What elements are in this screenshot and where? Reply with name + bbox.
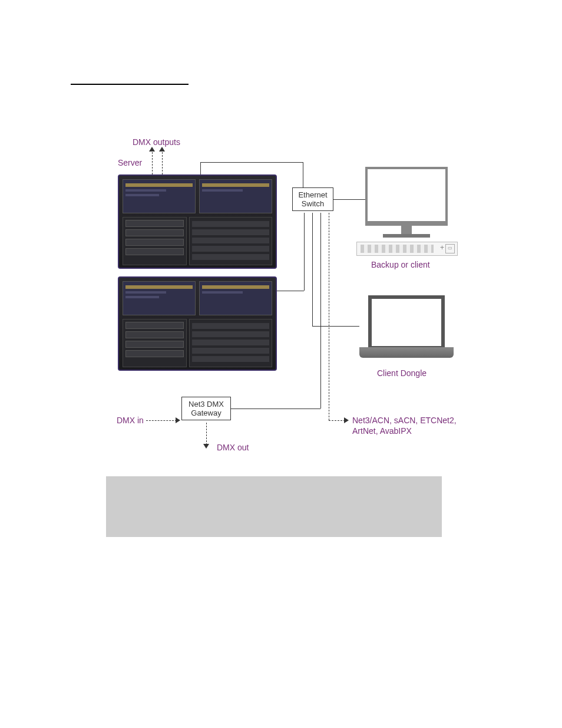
- console-keypad: [189, 319, 272, 367]
- wire: [304, 213, 305, 291]
- wire: [200, 162, 201, 174]
- ethernet-switch-box: Ethernet Switch: [292, 187, 333, 211]
- console-server: [118, 174, 277, 269]
- wire-dashed: [329, 420, 345, 421]
- label-dmx-outputs: DMX outputs: [133, 137, 180, 147]
- console-faders: [123, 319, 187, 367]
- console-backup: [118, 276, 277, 371]
- net3-dmx-gateway-box: Net3 DMX Gateway: [181, 397, 231, 420]
- console-screen: [199, 281, 272, 315]
- network-diagram: DMX outputs Server: [106, 137, 501, 467]
- arrow-right-icon: [344, 417, 349, 423]
- console-screen: [199, 179, 272, 213]
- arrow-right-icon: [176, 417, 180, 423]
- label-backup-or-client: Backup or client: [371, 260, 430, 269]
- console-screen: [123, 179, 196, 213]
- dmx-out-arrow-1: [149, 147, 155, 151]
- console-screen: [123, 281, 196, 315]
- wire: [333, 199, 365, 200]
- wire: [320, 213, 321, 409]
- label-dmx-out: DMX out: [217, 443, 249, 452]
- label-client-dongle: Client Dongle: [377, 368, 427, 378]
- wire-dashed: [329, 213, 329, 420]
- label-protocols-line2: ArtNet, AvabIPX: [352, 426, 412, 436]
- document-page: DMX outputs Server: [0, 0, 562, 728]
- backup-monitor: [365, 167, 448, 238]
- wire: [312, 213, 313, 326]
- dmx-out-arrow-2: [159, 147, 165, 151]
- wire-dashed: [146, 420, 177, 421]
- section-underline: [71, 71, 189, 85]
- note-box: [106, 476, 442, 537]
- dmx-out-line-1: [152, 149, 153, 174]
- wire: [277, 291, 304, 291]
- arrow-down-icon: [203, 444, 209, 449]
- wire-dashed: [206, 423, 207, 445]
- console-keypad: [189, 217, 272, 265]
- wire: [312, 326, 359, 327]
- rack-unit: + ▭: [356, 242, 458, 256]
- client-laptop: [359, 295, 454, 358]
- wire: [200, 162, 303, 163]
- label-dmx-in: DMX in: [117, 416, 144, 425]
- dmx-out-line-2: [162, 149, 163, 174]
- wire: [231, 409, 320, 409]
- wire: [303, 162, 303, 187]
- console-faders: [123, 217, 187, 265]
- label-protocols-line1: Net3/ACN, sACN, ETCNet2,: [352, 416, 457, 425]
- label-server: Server: [118, 158, 142, 167]
